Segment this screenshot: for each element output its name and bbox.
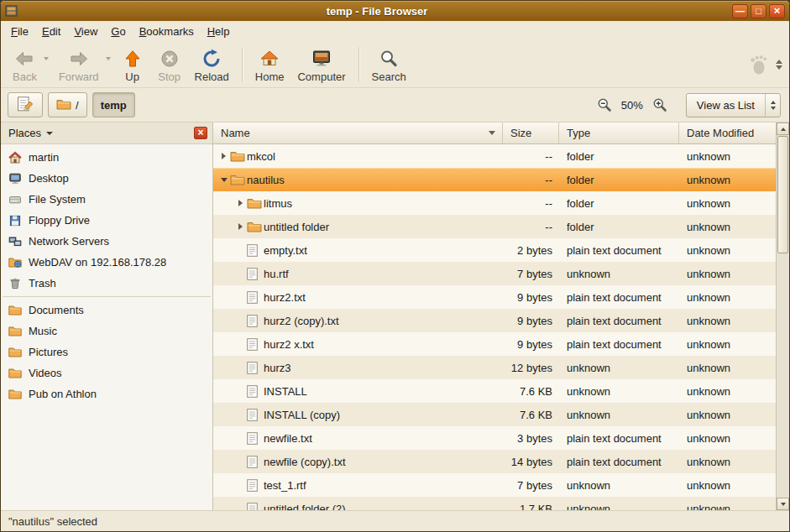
- sidebar-item-pictures[interactable]: Pictures: [1, 342, 212, 362]
- sidebar-item-floppy-drive[interactable]: Floppy Drive: [1, 210, 212, 231]
- date-modified-cell: unknown: [679, 238, 776, 262]
- file-row-empty-txt[interactable]: empty.txt2 bytesplain text documentunkno…: [213, 238, 776, 262]
- home-button[interactable]: Home: [249, 44, 291, 85]
- zoom-out-button[interactable]: [595, 96, 614, 114]
- path-current-label: temp: [101, 99, 127, 112]
- size-cell: --: [503, 215, 559, 238]
- sidebar-item-trash[interactable]: Trash: [1, 273, 212, 294]
- zoom-in-button[interactable]: [651, 96, 669, 114]
- file-row-newfile-txt[interactable]: newfile.txt3 bytesplain text documentunk…: [213, 426, 776, 450]
- expander-icon[interactable]: [235, 200, 246, 206]
- menu-item-help[interactable]: Help: [201, 23, 237, 40]
- home-icon: [259, 48, 280, 70]
- maximize-button[interactable]: □: [751, 4, 766, 18]
- location-bar: / temp 50% View as List: [1, 88, 789, 123]
- status-text: "nautilus" selected: [8, 515, 97, 528]
- sidebar-item-desktop[interactable]: Desktop: [1, 168, 212, 189]
- folder-icon: [8, 367, 23, 380]
- scroll-down-button[interactable]: [777, 498, 789, 510]
- file-row-test-1-rtf[interactable]: test_1.rtf7 bytesunknownunknown: [213, 473, 776, 497]
- sidebar-item-music[interactable]: Music: [1, 321, 212, 342]
- titlebar[interactable]: temp - File Browser — □ ×: [1, 1, 789, 21]
- date-modified-cell: unknown: [679, 426, 776, 450]
- type-cell: folder: [559, 168, 679, 191]
- file-row-hurz2-x-txt[interactable]: hurz2 x.txt9 bytesplain text documentunk…: [213, 332, 776, 356]
- up-button[interactable]: Up: [114, 44, 151, 85]
- menu-item-go[interactable]: Go: [104, 23, 132, 40]
- vertical-scrollbar[interactable]: [776, 123, 789, 510]
- size-cell: 7.6 KB: [503, 379, 559, 403]
- trash-icon: [8, 277, 23, 290]
- sidebar-item-pub-on-athlon[interactable]: Pub on Athlon: [1, 383, 212, 404]
- file-row-litmus[interactable]: litmus--folderunknown: [213, 191, 776, 215]
- path-root-button[interactable]: /: [48, 92, 87, 117]
- file-row-newfile-copy-txt[interactable]: newfile (copy).txt14 bytesplain text doc…: [213, 450, 776, 473]
- forward-button: Forward: [52, 44, 106, 85]
- scrollbar-trough[interactable]: [777, 135, 789, 498]
- expander-icon[interactable]: [218, 153, 229, 159]
- expander-icon[interactable]: [218, 178, 229, 182]
- scroll-up-button[interactable]: [777, 123, 789, 135]
- date-modified-cell: unknown: [679, 379, 776, 403]
- sidebar-item-videos[interactable]: Videos: [1, 362, 212, 383]
- date-modified-cell: unknown: [679, 215, 776, 238]
- file-row-mkcol[interactable]: mkcol--folderunknown: [213, 144, 776, 168]
- file-row-install-copy[interactable]: INSTALL (copy)7.6 KBunknownunknown: [213, 403, 776, 426]
- sidebar-item-webdav-on-192-168-178-28[interactable]: WebDAV on 192.168.178.28: [1, 252, 212, 273]
- type-cell: unknown: [559, 262, 679, 285]
- menu-item-edit[interactable]: Edit: [35, 23, 67, 40]
- file-row-untitled-folder-2[interactable]: untitled folder (2)1.7 KBunknownunknown: [213, 497, 776, 510]
- type-cell: plain text document: [559, 426, 679, 450]
- toggle-location-entry-button[interactable]: [8, 92, 43, 117]
- type-cell: folder: [559, 191, 679, 215]
- text-file-icon: [246, 479, 264, 492]
- search-button[interactable]: Search: [365, 44, 413, 85]
- column-header-name[interactable]: Name: [213, 123, 503, 143]
- sidebar-item-documents[interactable]: Documents: [1, 300, 212, 321]
- expander-icon[interactable]: [235, 223, 246, 230]
- scrollbar-thumb[interactable]: [777, 136, 788, 253]
- back-history-dropdown-icon: [44, 57, 52, 72]
- file-row-install[interactable]: INSTALL7.6 KBunknownunknown: [213, 379, 776, 403]
- computer-button[interactable]: Computer: [290, 44, 352, 85]
- column-header-type[interactable]: Type: [559, 123, 679, 143]
- file-row-hurz2-txt[interactable]: hurz2.txt9 bytesplain text documentunkno…: [213, 285, 776, 309]
- reload-button[interactable]: Reload: [188, 44, 236, 85]
- menu-item-view[interactable]: View: [67, 23, 104, 40]
- sidebar-item-file-system[interactable]: File System: [1, 189, 212, 210]
- menu-item-bookmarks[interactable]: Bookmarks: [133, 23, 201, 40]
- menu-item-file[interactable]: File: [4, 23, 35, 40]
- column-header-size[interactable]: Size: [503, 123, 559, 143]
- minimize-button[interactable]: —: [732, 4, 748, 18]
- webdav-icon: [8, 256, 23, 269]
- file-row-hurz3[interactable]: hurz312 bytesunknownunknown: [213, 356, 776, 379]
- date-modified-cell: unknown: [679, 144, 776, 168]
- type-cell: folder: [559, 215, 679, 238]
- close-button[interactable]: ×: [769, 4, 785, 18]
- file-row-untitled-folder[interactable]: untitled folder--folderunknown: [213, 215, 776, 238]
- window-title: temp - File Browser: [22, 5, 732, 18]
- file-list: NameSizeTypeDate Modified mkcol--folderu…: [213, 123, 776, 510]
- view-mode-select[interactable]: View as List: [686, 93, 781, 117]
- sidebar-item-network-servers[interactable]: Network Servers: [1, 231, 212, 252]
- sidebar-item-martin[interactable]: martin: [1, 147, 212, 168]
- sort-indicator-icon: [489, 131, 495, 135]
- path-current-button[interactable]: temp: [92, 92, 135, 117]
- sidebar-divider: [3, 296, 211, 297]
- text-file-icon: [246, 315, 264, 327]
- toolbar-overflow-icon[interactable]: [774, 58, 784, 71]
- column-header-date-modified[interactable]: Date Modified: [679, 123, 776, 143]
- zoom-level: 50%: [619, 99, 646, 112]
- text-file-icon: [246, 432, 264, 445]
- places-selector[interactable]: Places: [6, 127, 53, 139]
- sidebar-close-button[interactable]: ×: [194, 127, 207, 139]
- file-row-hurz2-copy-txt[interactable]: hurz2 (copy).txt9 bytesplain text docume…: [213, 309, 776, 332]
- file-row-nautilus[interactable]: nautilus--folderunknown: [213, 168, 776, 191]
- folder-icon: [229, 174, 247, 185]
- drive-icon: [8, 193, 23, 206]
- size-cell: 7 bytes: [503, 473, 559, 497]
- menubar: FileEditViewGoBookmarksHelp: [1, 21, 789, 42]
- size-cell: 9 bytes: [503, 285, 559, 309]
- forward-icon: [69, 48, 89, 70]
- file-row-hu-rtf[interactable]: hu.rtf7 bytesunknownunknown: [213, 262, 776, 285]
